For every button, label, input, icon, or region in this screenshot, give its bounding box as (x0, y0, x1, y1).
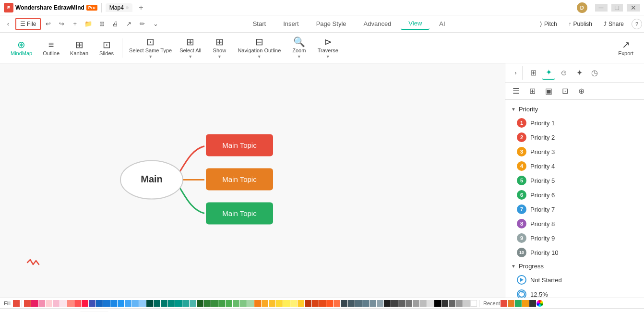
swatch-56[interactable] (427, 300, 434, 307)
swatch-26[interactable] (211, 300, 218, 307)
recent-swatch-1[interactable] (508, 300, 514, 307)
panel-card-view[interactable]: ▣ (542, 84, 555, 98)
panel-icon-task[interactable]: ✦ (542, 66, 555, 80)
ruler-icon[interactable]: ↔ (517, 310, 529, 312)
swatch-51[interactable] (391, 300, 398, 307)
settings-icon[interactable]: ⊟ (626, 310, 638, 312)
swatch-0[interactable] (24, 300, 31, 307)
progress-item-12[interactable]: 12.5% (505, 287, 644, 298)
swatch-11[interactable] (103, 300, 110, 307)
priority-item-8[interactable]: 8 Priority 8 (505, 216, 644, 231)
tab-start[interactable]: Start (245, 18, 274, 29)
swatch-62[interactable] (470, 300, 477, 307)
tab-insert[interactable]: Insert (275, 18, 307, 29)
swatch-52[interactable] (398, 300, 405, 307)
window-restore-button[interactable]: □ (611, 4, 623, 12)
swatch-59[interactable] (449, 300, 455, 307)
lock-icon[interactable]: 🔒 (468, 310, 480, 312)
canvas-area[interactable]: Main Main Topic Main Topic Main Topic (0, 63, 505, 298)
redo-button[interactable]: ↪ (55, 18, 68, 30)
status-icon-1[interactable]: ☰ (21, 310, 34, 312)
swatch-17[interactable] (146, 300, 153, 307)
swatch-28[interactable] (226, 300, 232, 307)
swatch-61[interactable] (463, 300, 470, 307)
back-button[interactable]: ‹ (2, 18, 14, 30)
panel-icon-clock[interactable]: ◷ (588, 66, 601, 80)
tab-advanced[interactable]: Advanced (356, 18, 399, 29)
swatch-45[interactable] (348, 300, 355, 307)
export-button[interactable]: ↗ Export (613, 38, 638, 58)
swatch-21[interactable] (175, 300, 182, 307)
swatch-50[interactable] (384, 300, 391, 307)
undo-button[interactable]: ↩ (42, 18, 54, 30)
publish-button[interactable]: ↑ Publish (565, 19, 596, 29)
active-fill-swatch[interactable] (13, 300, 20, 307)
swatch-57[interactable] (434, 300, 441, 307)
window-close-button[interactable]: ✕ (627, 4, 640, 12)
share-button[interactable]: ⤴ Share (600, 19, 628, 29)
tab-view[interactable]: View (401, 18, 429, 30)
grid-icon[interactable]: ⊡ (501, 310, 513, 312)
swatch-37[interactable] (290, 300, 297, 307)
new-file-button[interactable]: + (69, 18, 81, 30)
progress-item-not-started[interactable]: Not Started (505, 273, 644, 287)
panel-collapse-button[interactable]: › (509, 66, 523, 80)
swatch-34[interactable] (269, 300, 275, 307)
priority-item-4[interactable]: 4 Priority 4 (505, 159, 644, 173)
swatch-32[interactable] (254, 300, 261, 307)
pitch-button[interactable]: ⟩ Pitch (536, 19, 561, 29)
file-button[interactable]: ☰ File (15, 18, 41, 30)
priority-item-3[interactable]: 3 Priority 3 (505, 144, 644, 159)
recent-swatch-0[interactable] (501, 300, 507, 307)
swatch-41[interactable] (319, 300, 326, 307)
priority-item-9[interactable]: 9 Priority 9 (505, 231, 644, 245)
main-node-text[interactable]: Main (141, 174, 163, 184)
color-picker-button[interactable] (537, 300, 543, 307)
status-back-button[interactable]: ‹ (6, 310, 18, 312)
panel-list-view[interactable]: ☰ (509, 84, 523, 98)
swatch-40[interactable] (312, 300, 319, 307)
select-all-button[interactable]: ⊞ Select All ▼ (176, 35, 205, 61)
priority-section-header[interactable]: ▼ Priority (505, 104, 644, 115)
swatch-3[interactable] (46, 300, 52, 307)
swatch-15[interactable] (132, 300, 139, 307)
swatch-35[interactable] (276, 300, 283, 307)
priority-item-10[interactable]: 10 Priority 10 (505, 245, 644, 260)
fit-icon[interactable]: ⊞ (484, 310, 497, 312)
swatch-7[interactable] (74, 300, 81, 307)
swatch-20[interactable] (168, 300, 175, 307)
edit-button[interactable]: ✏ (136, 18, 148, 30)
more-button[interactable]: ⌄ (149, 18, 162, 30)
export2-button[interactable]: ↗ (122, 18, 135, 30)
swatch-31[interactable] (247, 300, 254, 307)
swatch-53[interactable] (405, 300, 412, 307)
priority-item-5[interactable]: 5 Priority 5 (505, 173, 644, 188)
swatch-33[interactable] (262, 300, 268, 307)
help-button[interactable]: ? (632, 19, 642, 29)
swatch-2[interactable] (38, 300, 45, 307)
swatch-8[interactable] (82, 300, 88, 307)
swatch-25[interactable] (204, 300, 211, 307)
swatch-39[interactable] (305, 300, 311, 307)
navigation-outline-button[interactable]: ⊟ Navigation Outline ▼ (234, 35, 285, 61)
swatch-12[interactable] (110, 300, 117, 307)
status-icon-4[interactable]: ↕ (64, 310, 77, 312)
swatch-22[interactable] (182, 300, 189, 307)
priority-item-1[interactable]: 1 Priority 1 (505, 116, 644, 130)
window-minimize-button[interactable]: ─ (595, 4, 608, 12)
tab-page-style[interactable]: Page Style (309, 18, 354, 29)
panel-icon-emoji[interactable]: ☺ (557, 66, 571, 80)
priority-item-2[interactable]: 2 Priority 2 (505, 130, 644, 144)
priority-item-6[interactable]: 6 Priority 6 (505, 188, 644, 202)
expand-icon[interactable]: ⊞ (609, 310, 622, 312)
swatch-27[interactable] (218, 300, 225, 307)
swatch-49[interactable] (377, 300, 383, 307)
outline-button[interactable]: ≡ Outline (38, 38, 64, 58)
swatch-42[interactable] (326, 300, 333, 307)
swatch-58[interactable] (441, 300, 448, 307)
kanban-button[interactable]: ⊞ Kanban (65, 38, 93, 58)
swatch-18[interactable] (154, 300, 160, 307)
mindmap-button[interactable]: ⊛ MindMap (6, 38, 37, 58)
slides-button[interactable]: ⊡ Slides (94, 38, 119, 58)
swatch-48[interactable] (370, 300, 376, 307)
